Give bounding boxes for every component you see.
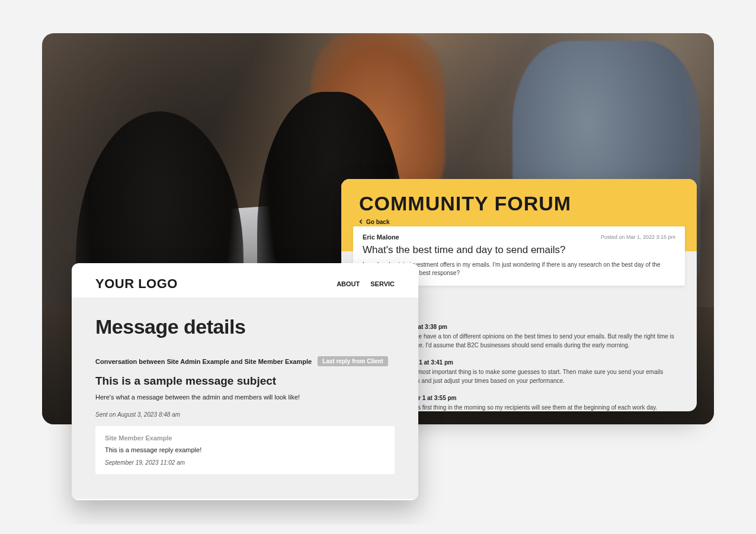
post-author: Eric Malone [363,234,399,241]
forum-title: COMMUNITY FORUM [359,192,679,215]
status-badge: Last reply from Client [318,356,388,366]
post-title: What's the best time and day to send ema… [363,244,675,256]
message-intro: Here's what a message between the admin … [95,394,395,401]
nav-about[interactable]: ABOUT [337,280,360,287]
page-title: Message details [95,315,395,338]
message-subject: This is a sample message subject [95,375,395,388]
go-back-link[interactable]: Go back [359,219,679,225]
message-sent-timestamp: Sent on August 3, 2023 8:48 am [95,411,395,418]
reply-author: Site Member Example [105,434,385,442]
nav: ABOUT SERVIC [337,280,395,287]
message-details-card: YOUR LOGO ABOUT SERVIC Message details C… [72,263,418,500]
go-back-label: Go back [366,219,389,225]
message-reply-card: Site Member Example This is a message re… [95,426,395,474]
reply-body: This is a message reply example! [105,446,385,453]
message-body: Message details Conversation between Sit… [72,298,418,499]
site-logo[interactable]: YOUR LOGO [95,276,178,292]
conversation-between: Conversation between Site Admin Example … [95,358,312,365]
post-timestamp: Posted on Mar 1, 2022 3:15 pm [601,234,675,240]
page-frame: COMMUNITY FORUM Go back Eric Malone Post… [9,9,747,525]
reply-timestamp: September 19, 2023 11:02 am [105,459,385,466]
site-header: YOUR LOGO ABOUT SERVIC [72,263,418,298]
nav-services[interactable]: SERVIC [370,280,395,287]
chevron-left-icon [359,219,364,225]
forum-header: COMMUNITY FORUM Go back Eric Malone Post… [341,179,697,251]
